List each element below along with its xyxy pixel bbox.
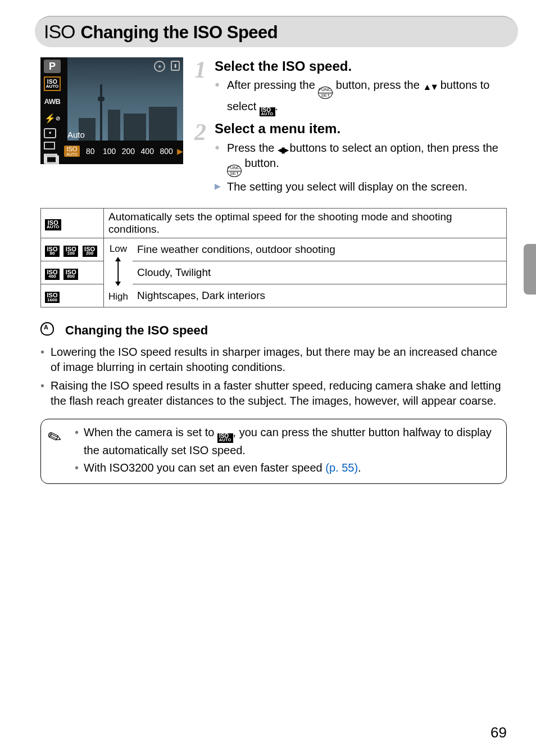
tip-list: Lowering the ISO speed results in sharpe… bbox=[40, 345, 507, 409]
table-cell: Nightscapes, Dark interiors bbox=[133, 284, 507, 307]
step-instruction: After pressing the FUNC.SET button, pres… bbox=[215, 78, 507, 116]
table-cell: Automatically sets the optimal speed for… bbox=[104, 208, 507, 238]
flash-off-icon: ⚡⊘ bbox=[44, 111, 61, 125]
iso-auto-icon: ISOAUTO bbox=[260, 107, 275, 117]
mode-p-icon: P bbox=[44, 60, 61, 73]
iso-chip-100: ISO100 bbox=[63, 246, 78, 257]
tip-bulb-icon bbox=[40, 322, 57, 339]
title-main: Changing the ISO Speed bbox=[81, 22, 278, 42]
table-cell: Fine weather conditions, outdoor shootin… bbox=[133, 238, 507, 261]
page-reference-link[interactable]: (p. 55) bbox=[325, 461, 358, 474]
step-result: The setting you select will display on t… bbox=[215, 179, 507, 194]
list-item: When the camera is set to ISOAUTO, you c… bbox=[75, 425, 498, 458]
metering-icon bbox=[44, 128, 56, 138]
step-number: 2 bbox=[194, 116, 206, 148]
list-item: Lowering the ISO speed results in sharpe… bbox=[40, 345, 507, 375]
note-box: ✎ When the camera is set to ISOAUTO, you… bbox=[40, 419, 507, 484]
iso-option-200: 200 bbox=[120, 147, 137, 156]
step-number: 1 bbox=[194, 54, 206, 86]
table-cell: Cloudy, Twilight bbox=[133, 261, 507, 284]
iso-chip-auto: ISOAUTO bbox=[45, 219, 61, 230]
low-high-scale: Low High bbox=[104, 238, 133, 307]
title-prefix: ISO bbox=[44, 21, 75, 42]
step-2: 2 Select a menu item. Press the ◀▶ butto… bbox=[194, 120, 507, 194]
camera-lcd-screenshot: P ISOAUTO AWB ⚡⊘ ✶ ⬍ Auto ISOAUTO 80 100… bbox=[40, 57, 183, 164]
table-row: ISOAUTO Automatically sets the optimal s… bbox=[41, 208, 507, 238]
step-1: 1 Select the ISO speed. After pressing t… bbox=[194, 57, 507, 116]
step-title: Select a menu item. bbox=[215, 120, 507, 138]
orientation-icon: ⬍ bbox=[171, 61, 180, 71]
left-right-arrows-icon: ◀▶ bbox=[278, 145, 287, 155]
iso-chip-400: ISO400 bbox=[45, 269, 60, 280]
tip-title: Changing the ISO speed bbox=[65, 323, 208, 338]
single-shot-icon bbox=[44, 142, 55, 150]
tip-heading: Changing the ISO speed bbox=[40, 322, 507, 339]
iso-option-100: 100 bbox=[101, 147, 118, 156]
iso-option-strip: ISOAUTO 80 100 200 400 800 ▶ bbox=[64, 143, 183, 160]
section-title: ISOChanging the ISO Speed bbox=[40, 16, 507, 47]
step-title: Select the ISO speed. bbox=[215, 57, 507, 75]
iso-option-400: 400 bbox=[139, 147, 156, 156]
iso-option-auto: ISOAUTO bbox=[64, 146, 80, 157]
iso-chip-800: ISO800 bbox=[63, 269, 78, 280]
page-number: 69 bbox=[490, 724, 507, 741]
iso-chip-1600: ISO1600 bbox=[45, 292, 60, 303]
strip-arrow-right-icon: ▶ bbox=[177, 147, 183, 156]
table-row: ISO80 ISO100 ISO200 Low High Fine weathe… bbox=[41, 238, 507, 261]
iso-settings-table: ISOAUTO Automatically sets the optimal s… bbox=[40, 208, 507, 307]
list-item: With ISO3200 you can set an even faster … bbox=[75, 460, 498, 476]
func-set-button-icon: FUNC.SET bbox=[227, 165, 242, 177]
iso-option-800: 800 bbox=[158, 147, 175, 156]
step-instruction: Press the ◀▶ buttons to select an option… bbox=[215, 141, 507, 177]
iso-auto-icon: ISOAUTO bbox=[217, 433, 233, 443]
iso-chip-200: ISO200 bbox=[83, 246, 97, 257]
list-item: Raising the ISO speed results in a faste… bbox=[40, 378, 507, 409]
func-set-button-icon: FUNC.SET bbox=[318, 87, 333, 99]
stabilizer-icon: ✶ bbox=[154, 61, 165, 72]
up-down-arrows-icon: ▲▼ bbox=[423, 82, 437, 92]
drive-mode-icon bbox=[44, 153, 61, 164]
iso-chip-80: ISO80 bbox=[45, 246, 60, 257]
iso-option-80: 80 bbox=[82, 147, 99, 156]
awb-icon: AWB bbox=[44, 94, 61, 108]
iso-auto-icon: ISOAUTO bbox=[44, 76, 61, 91]
pencil-note-icon: ✎ bbox=[44, 424, 65, 451]
iso-selected-label: Auto bbox=[67, 130, 85, 139]
